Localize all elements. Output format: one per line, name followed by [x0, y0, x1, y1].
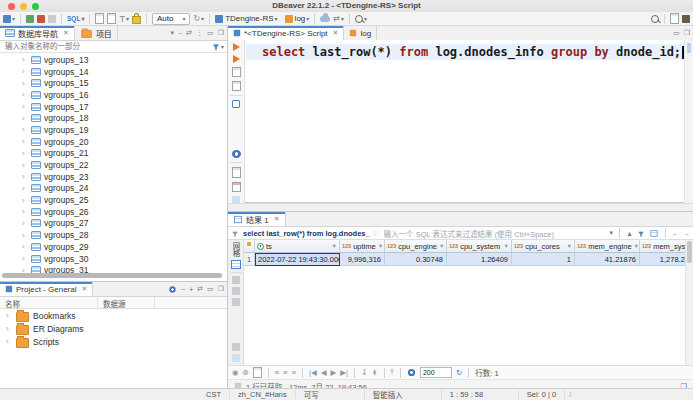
expand-chevron-icon[interactable]: ›: [22, 254, 28, 263]
layout-icon[interactable]: [232, 354, 240, 362]
export-result-icon[interactable]: ⤒: [391, 368, 394, 378]
save-as-icon[interactable]: [107, 13, 116, 24]
references-panel-icon[interactable]: [232, 298, 240, 306]
results-filter-bar[interactable]: select last_row(*) from log.dnodes_ ⁞⁞ 输…: [228, 227, 693, 240]
navigator-item[interactable]: ›vgroups_14: [0, 66, 227, 78]
column-name-header[interactable]: 名称: [0, 297, 98, 308]
results-grid[interactable]: ts▼123uptime▼123cpu_engine▼123cpu_system…: [244, 240, 693, 365]
expand-chevron-icon[interactable]: ›: [22, 114, 28, 123]
column-filter-icon[interactable]: ▼: [378, 243, 383, 249]
transaction-log-icon[interactable]: [48, 15, 56, 23]
editor-settings-icon[interactable]: [232, 150, 241, 158]
filter-settings-icon[interactable]: [651, 230, 658, 236]
grid-cell-cpu_cores[interactable]: 1: [512, 253, 575, 266]
close-tab-icon[interactable]: ✕: [81, 285, 87, 293]
save-icon[interactable]: [95, 13, 104, 24]
next-row-icon[interactable]: ▶: [331, 368, 337, 377]
navigator-item[interactable]: ›vgroups_19: [0, 124, 227, 136]
column-header-cpu_cores[interactable]: 123cpu_cores▼: [512, 240, 575, 253]
maximize-view-icon[interactable]: ❐: [218, 285, 224, 293]
execute-script-icon[interactable]: [232, 67, 241, 77]
metadata-panel-icon[interactable]: [232, 287, 240, 295]
minimize-view-icon[interactable]: ▭: [207, 285, 214, 293]
cancel-changes-icon[interactable]: ⊗: [243, 368, 249, 377]
expand-all-icon[interactable]: +: [189, 286, 193, 293]
column-filter-icon[interactable]: ▼: [332, 243, 337, 249]
collapse-all-icon[interactable]: −: [178, 30, 182, 37]
close-tab-icon[interactable]: ✕: [333, 29, 339, 37]
navigator-item[interactable]: ›vgroups_22: [0, 159, 227, 171]
navigator-hscrollbar[interactable]: [2, 273, 222, 278]
filter-dropdown-icon[interactable]: ▾: [221, 43, 224, 50]
grid-cell-ts[interactable]: 2022-07-22 19:43:30.000: [255, 253, 340, 266]
results-filter-placeholder[interactable]: 输入一个 SQL 表达式来过滤结果 (使用 Ctrl+Space): [384, 228, 606, 239]
editor-scrollbar[interactable]: [684, 40, 693, 203]
user-profile-icon[interactable]: [682, 15, 690, 23]
column-filter-icon[interactable]: ▼: [634, 243, 639, 249]
navigator-item[interactable]: ›vgroups_20: [0, 136, 227, 148]
navigator-item[interactable]: ›vgroups_23: [0, 171, 227, 183]
refresh-mode-icon[interactable]: ↻▾: [193, 14, 204, 23]
tab-database-navigator[interactable]: 数据库导航 ✕: [0, 26, 75, 40]
save-result-icon[interactable]: ◉: [232, 368, 239, 377]
navigator-item[interactable]: ›vgroups_29: [0, 241, 227, 253]
expand-chevron-icon[interactable]: ›: [22, 207, 28, 216]
minimize-view-icon[interactable]: ▭: [207, 29, 214, 37]
navigator-item[interactable]: ›vgroups_21: [0, 148, 227, 160]
tab-project-explorer[interactable]: 项目: [75, 26, 118, 40]
filter-icon[interactable]: [213, 45, 219, 49]
stop-execution-icon[interactable]: [232, 100, 240, 107]
caret-position-label[interactable]: 1 : 59 : 58: [442, 390, 519, 399]
script-changes-icon[interactable]: [253, 367, 262, 378]
expand-chevron-icon[interactable]: ›: [22, 55, 28, 64]
project-item[interactable]: ›ER Diagrams: [0, 322, 227, 335]
navigator-item[interactable]: ›vgroups_27: [0, 218, 227, 230]
value-panel-icon[interactable]: [232, 276, 240, 284]
close-tab-icon[interactable]: ✕: [63, 29, 69, 37]
grid-data-row[interactable]: 12022-07-22 19:43:30.0009,996,3160.30748…: [244, 253, 693, 266]
navigator-filter-input[interactable]: [3, 41, 212, 52]
expand-chevron-icon[interactable]: ›: [6, 337, 12, 346]
column-header-ts[interactable]: ts▼: [255, 240, 340, 253]
refresh-result-icon[interactable]: ↻: [456, 368, 462, 377]
autocommit-select[interactable]: Auto▾: [152, 13, 190, 25]
expand-chevron-icon[interactable]: ›: [22, 242, 28, 251]
calc-panel-icon[interactable]: [232, 343, 240, 351]
close-window-button[interactable]: [8, 3, 15, 10]
network-profile-icon[interactable]: ⇄▾: [333, 14, 344, 23]
save-sql-icon[interactable]: [232, 182, 241, 192]
column-datasource-header[interactable]: 数据源: [98, 297, 155, 308]
link-editor-icon[interactable]: ⇄: [186, 29, 192, 37]
commit-icon[interactable]: [26, 15, 34, 23]
expand-chevron-icon[interactable]: ›: [22, 149, 28, 158]
open-log-icon[interactable]: [232, 196, 240, 203]
grid-view-label[interactable]: 网格: [230, 242, 241, 257]
execute-new-tab-icon[interactable]: [233, 55, 240, 63]
column-header-cpu_engine[interactable]: 123cpu_engine▼: [385, 240, 447, 253]
navigator-item[interactable]: ›vgroups_25: [0, 194, 227, 206]
datasource-select[interactable]: TDengine-RS▾: [215, 14, 277, 23]
sql-editor[interactable]: select last_row(*) from log.dnodes_info …: [228, 40, 693, 203]
explain-plan-icon[interactable]: [232, 81, 241, 91]
expand-chevron-icon[interactable]: ›: [22, 125, 28, 134]
expand-chevron-icon[interactable]: ›: [6, 324, 12, 333]
rollback-icon[interactable]: [37, 15, 45, 23]
fetch-page-icon[interactable]: ↧: [361, 368, 367, 377]
search-menu-icon[interactable]: ▾: [355, 15, 367, 23]
expand-chevron-icon[interactable]: ›: [22, 67, 28, 76]
previous-row-icon[interactable]: ◀: [321, 368, 327, 377]
add-row-icon[interactable]: ≡: [275, 368, 279, 377]
delete-row-icon[interactable]: ≡: [292, 368, 296, 377]
navigator-menu-icon[interactable]: ▾: [171, 29, 175, 37]
expand-chevron-icon[interactable]: ›: [22, 90, 28, 99]
editor-results-splitter[interactable]: [228, 203, 693, 212]
expand-chevron-icon[interactable]: ›: [22, 172, 28, 181]
expand-chevron-icon[interactable]: ›: [6, 311, 12, 320]
tab-log[interactable]: log: [344, 26, 377, 40]
grid-cell-mem_engine[interactable]: 41.21876: [575, 253, 640, 266]
navigator-item[interactable]: ›vgroups_18: [0, 112, 227, 124]
navigator-item[interactable]: ›vgroups_24: [0, 183, 227, 195]
navigator-item[interactable]: ›vgroups_13: [0, 54, 227, 66]
navigator-item[interactable]: ›vgroups_16: [0, 89, 227, 101]
new-sql-editor-icon[interactable]: SQL▾: [67, 15, 84, 22]
